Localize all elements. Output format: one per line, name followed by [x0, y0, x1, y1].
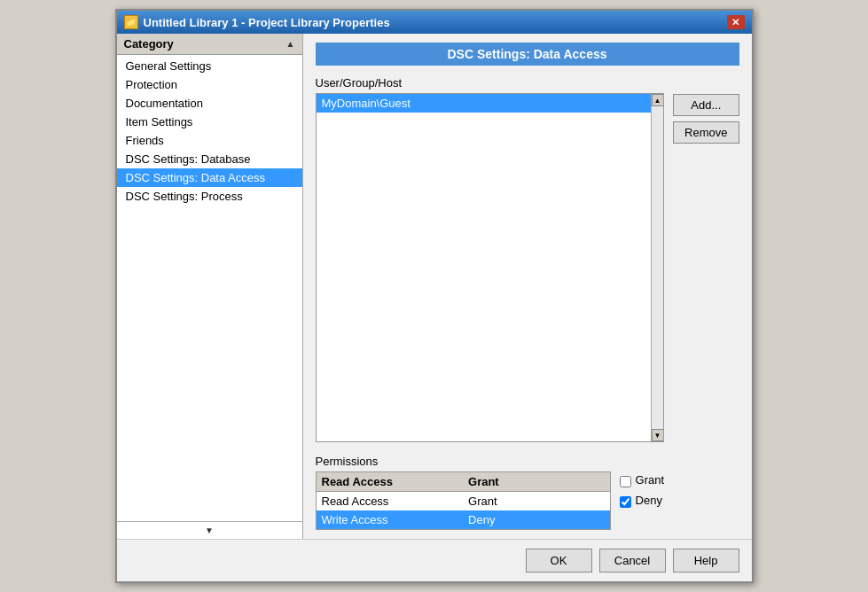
bottom-bar: OK Cancel Help	[117, 539, 752, 581]
category-header: Category ▲	[117, 34, 302, 55]
category-list: General Settings Protection Documentatio…	[117, 55, 302, 521]
grant-checkbox[interactable]	[620, 476, 631, 487]
grant-checkbox-row: Grant	[620, 473, 665, 490]
perm-write-value: Deny	[463, 510, 610, 529]
perm-col-name: Read Access	[317, 472, 464, 491]
permissions-layout: Read Access Grant Read Access Grant Writ…	[316, 471, 665, 530]
sidebar-item-dsc-process[interactable]: DSC Settings: Process	[117, 187, 302, 206]
left-scrollbar: ▼	[117, 521, 302, 539]
ok-button[interactable]: OK	[526, 549, 592, 573]
permissions-header: Read Access Grant	[317, 472, 610, 492]
perm-col-value: Grant	[463, 472, 610, 491]
sidebar-item-documentation[interactable]: Documentation	[117, 94, 302, 113]
permission-checkboxes: Grant Deny	[620, 471, 665, 510]
sidebar-item-item-settings[interactable]: Item Settings	[117, 113, 302, 131]
sidebar-item-dsc-data-access[interactable]: DSC Settings: Data Access	[117, 168, 302, 187]
app-icon: 📁	[124, 15, 138, 29]
titlebar: 📁 Untitled Library 1 - Project Library P…	[117, 11, 752, 34]
user-scroll-down[interactable]: ▼	[652, 429, 664, 441]
left-panel: Category ▲ General Settings Protection D…	[117, 34, 303, 539]
user-list-scrollbar: ▲ ▼	[651, 94, 663, 441]
permissions-table: Read Access Grant Read Access Grant Writ…	[316, 471, 611, 530]
right-panel: DSC Settings: Data Access User/Group/Hos…	[303, 34, 752, 539]
user-group-host-label: User/Group/Host	[316, 76, 665, 90]
deny-checkbox[interactable]	[620, 496, 631, 508]
sidebar-item-protection[interactable]: Protection	[117, 75, 302, 94]
perm-read-name: Read Access	[317, 492, 464, 510]
perm-read-value: Grant	[463, 492, 610, 510]
cancel-button[interactable]: Cancel	[599, 549, 666, 573]
perm-row-read[interactable]: Read Access Grant	[317, 492, 610, 510]
category-label: Category	[124, 37, 174, 51]
deny-checkbox-row: Deny	[620, 494, 665, 510]
sidebar-item-general-settings[interactable]: General Settings	[117, 57, 302, 75]
deny-label: Deny	[636, 494, 662, 507]
grant-label: Grant	[636, 473, 665, 487]
perm-row-write[interactable]: Write Access Deny	[317, 510, 610, 529]
permissions-label: Permissions	[316, 455, 665, 468]
perm-write-name: Write Access	[317, 510, 464, 529]
user-scroll-track	[652, 106, 663, 429]
button-section: Add... Remove	[673, 76, 739, 530]
add-button[interactable]: Add...	[673, 94, 739, 116]
user-list-item[interactable]: MyDomain\Guest	[317, 94, 664, 113]
sidebar-item-friends[interactable]: Friends	[117, 131, 302, 150]
sidebar-item-dsc-database[interactable]: DSC Settings: Database	[117, 150, 302, 168]
remove-button[interactable]: Remove	[673, 121, 739, 144]
user-section: User/Group/Host MyDomain\Guest ▲ ▼ Permi…	[316, 76, 665, 530]
help-button[interactable]: Help	[673, 549, 739, 573]
scroll-up-arrow[interactable]: ▲	[286, 39, 295, 49]
close-button[interactable]: ✕	[727, 15, 745, 29]
window-body: Category ▲ General Settings Protection D…	[117, 34, 752, 539]
titlebar-left: 📁 Untitled Library 1 - Project Library P…	[124, 15, 390, 29]
window-title: Untitled Library 1 - Project Library Pro…	[144, 16, 390, 29]
main-window: 📁 Untitled Library 1 - Project Library P…	[115, 9, 754, 583]
user-list-box[interactable]: MyDomain\Guest ▲ ▼	[316, 93, 665, 442]
section-title: DSC Settings: Data Access	[316, 43, 739, 66]
user-scroll-up[interactable]: ▲	[652, 94, 664, 106]
permissions-section: Permissions Read Access Grant Read Acces…	[316, 455, 665, 530]
content-area: User/Group/Host MyDomain\Guest ▲ ▼ Permi…	[316, 76, 739, 530]
scroll-down-arrow[interactable]: ▼	[205, 526, 214, 535]
